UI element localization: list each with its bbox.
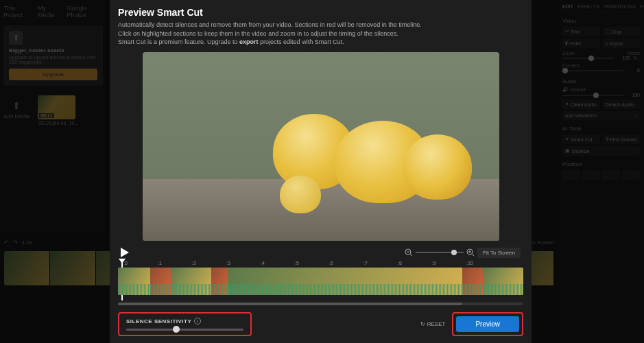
- sensitivity-label: SILENCE SENSITIVITY i: [126, 318, 243, 324]
- zoom-in-icon[interactable]: [466, 248, 475, 257]
- sensitivity-control: SILENCE SENSITIVITY i: [118, 312, 252, 336]
- time-ruler: :0:1:2:3:4:5:6:7:8:9:10: [118, 261, 523, 265]
- preview-button-highlight: Preview: [452, 312, 523, 336]
- modal-timeline: :0:1:2:3:4:5:6:7:8:9:10: [118, 261, 523, 300]
- smart-cut-track[interactable]: [118, 268, 523, 295]
- sensitivity-slider[interactable]: [126, 329, 243, 331]
- preview-button[interactable]: Preview: [456, 316, 519, 332]
- info-icon[interactable]: i: [194, 318, 201, 324]
- reset-button[interactable]: ↻ RESET: [420, 321, 446, 327]
- zoom-out-icon[interactable]: [405, 248, 413, 257]
- video-preview: [143, 52, 499, 241]
- fit-to-screen-button[interactable]: Fit To Screen: [477, 248, 521, 258]
- svg-line-1: [410, 254, 412, 256]
- timeline-scrollbar[interactable]: [118, 303, 523, 305]
- zoom-slider[interactable]: [416, 252, 464, 253]
- modal-title: Preview Smart Cut: [118, 7, 523, 18]
- svg-line-4: [472, 254, 474, 256]
- smart-cut-modal: Preview Smart Cut Automatically detect s…: [110, 0, 532, 343]
- modal-description: Automatically detect silences and remove…: [118, 21, 523, 47]
- reset-icon: ↻: [420, 321, 425, 327]
- play-button[interactable]: [121, 248, 129, 257]
